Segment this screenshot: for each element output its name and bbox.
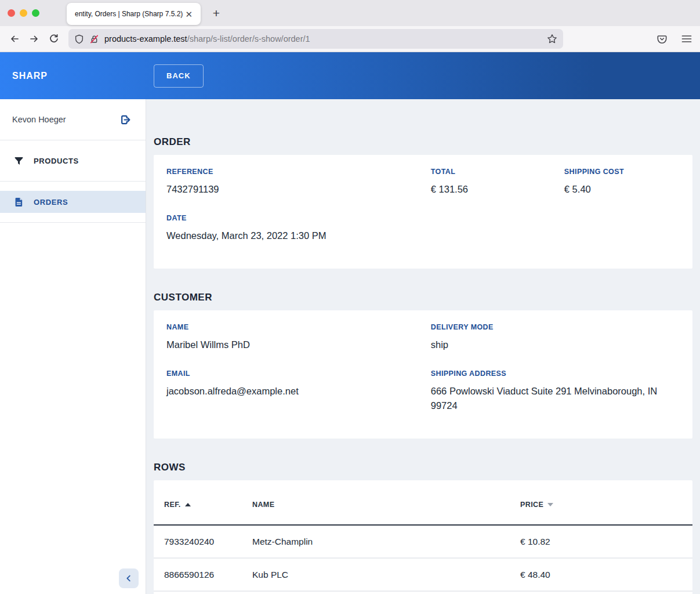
reference-label: REFERENCE (166, 168, 419, 176)
shipping-address-field: SHIPPING ADDRESS 666 Powlowski Viaduct S… (431, 370, 680, 413)
browser-forward-button[interactable] (24, 29, 44, 49)
name-label: NAME (166, 323, 419, 331)
browser-back-button[interactable] (5, 29, 24, 49)
browser-toolbar: products-example.test/sharp/s-list/order… (0, 26, 700, 52)
rows-section: ROWS REF. NAME (154, 462, 692, 594)
browser-tab-bar: entity, Orders | Sharp (Sharp 7.5.2) ✕ + (0, 0, 700, 26)
column-header-ref-label: REF. (164, 501, 181, 509)
tab-close-icon[interactable]: ✕ (183, 10, 195, 19)
column-header-price-label: PRICE (520, 501, 543, 509)
delivery-mode-label: DELIVERY MODE (431, 323, 680, 331)
app-header: SHARP BACK (0, 52, 700, 99)
bookmark-star-icon[interactable] (547, 34, 557, 44)
email-field: EMAIL jacobson.alfreda@example.net (166, 370, 431, 413)
table-header-row: REF. NAME PRICE (154, 480, 692, 526)
cell-ref: 7933240240 (164, 537, 252, 547)
column-header-ref[interactable]: REF. (164, 501, 191, 509)
email-value: jacobson.alfreda@example.net (166, 384, 419, 399)
forward-arrow-icon (29, 34, 39, 44)
reference-field: REFERENCE 7432791139 (166, 168, 431, 197)
reload-icon (49, 34, 59, 44)
date-field: DATE Wednesday, March 23, 2022 1:30 PM (166, 214, 431, 243)
date-value: Wednesday, March 23, 2022 1:30 PM (166, 229, 419, 243)
delivery-mode-field: DELIVERY MODE ship (431, 323, 680, 352)
user-name: Kevon Hoeger (12, 115, 66, 124)
table-row[interactable]: 910478779X Effertz, Klocko and Jacobson … (154, 592, 692, 594)
cell-name: Metz-Champlin (252, 537, 520, 547)
sidebar-item-label: PRODUCTS (34, 157, 79, 165)
name-field: NAME Maribel Willms PhD (166, 323, 431, 352)
sharp-logo: SHARP (0, 71, 146, 81)
cell-ref: 8866590126 (164, 570, 252, 580)
back-button[interactable]: BACK (154, 64, 204, 88)
table-row[interactable]: 7933240240 Metz-Champlin € 10.82 (154, 526, 692, 559)
menu-icon[interactable] (681, 34, 692, 44)
total-value: € 131.56 (431, 182, 553, 197)
customer-section-title: CUSTOMER (154, 292, 692, 303)
window-close-button[interactable] (8, 9, 15, 17)
sidebar-item-orders[interactable]: ORDERS (0, 182, 146, 223)
url-path: /sharp/s-list/order/s-show/order/1 (187, 34, 310, 44)
browser-reload-button[interactable] (44, 29, 64, 49)
cell-name: Kub PLC (252, 570, 520, 580)
order-section-title: ORDER (154, 136, 692, 148)
chevron-left-icon (124, 574, 133, 583)
sidebar-nav: PRODUCTS ORDERS (0, 140, 146, 223)
name-value: Maribel Willms PhD (166, 338, 419, 352)
url-host: products-example.test (104, 34, 187, 44)
sidebar-collapse-button[interactable] (119, 568, 139, 588)
address-bar[interactable]: products-example.test/sharp/s-list/order… (68, 29, 563, 49)
shipping-cost-value: € 5.40 (564, 182, 680, 197)
table-row[interactable]: 8866590126 Kub PLC € 48.40 (154, 559, 692, 592)
pocket-icon[interactable] (657, 34, 668, 45)
sidebar-item-label: ORDERS (34, 198, 68, 207)
customer-section: CUSTOMER NAME Maribel Willms PhD DELIVER… (154, 292, 692, 439)
shipping-cost-label: SHIPPING COST (564, 168, 680, 176)
insecure-lock-icon[interactable] (89, 34, 99, 44)
document-icon (14, 197, 24, 207)
cell-price: € 48.40 (520, 570, 682, 580)
total-label: TOTAL (431, 168, 553, 176)
reference-value: 7432791139 (166, 182, 419, 197)
column-header-price[interactable]: PRICE (520, 501, 553, 509)
window-controls (0, 9, 48, 17)
url-text: products-example.test/sharp/s-list/order… (104, 34, 543, 44)
user-row: Kevon Hoeger (0, 99, 146, 140)
sidebar: Kevon Hoeger PRODUCTS (0, 99, 146, 594)
column-header-name-label: NAME (252, 501, 274, 509)
total-field: TOTAL € 131.56 (431, 168, 564, 197)
order-section: ORDER REFERENCE 7432791139 TOTAL € 131.5… (154, 136, 692, 269)
rows-section-title: ROWS (154, 462, 692, 473)
cell-price: € 10.82 (520, 537, 682, 547)
customer-card: NAME Maribel Willms PhD DELIVERY MODE sh… (154, 310, 692, 439)
sort-descending-icon (547, 503, 553, 506)
date-label: DATE (166, 214, 419, 222)
window-zoom-button[interactable] (32, 9, 39, 17)
browser-tab[interactable]: entity, Orders | Sharp (Sharp 7.5.2) ✕ (67, 3, 201, 25)
tab-title: entity, Orders | Sharp (Sharp 7.5.2) (75, 10, 183, 18)
tracking-shield-icon[interactable] (74, 34, 84, 44)
order-card: REFERENCE 7432791139 TOTAL € 131.56 SHIP… (154, 155, 692, 269)
rows-table: REF. NAME PRICE (154, 480, 692, 594)
filter-icon (14, 156, 24, 166)
shipping-address-value: 666 Powlowski Viaduct Suite 291 Melvinab… (431, 384, 680, 413)
delivery-mode-value: ship (431, 338, 680, 352)
shipping-address-label: SHIPPING ADDRESS (431, 370, 680, 378)
logout-icon[interactable] (120, 114, 131, 125)
main-content: ORDER REFERENCE 7432791139 TOTAL € 131.5… (146, 99, 700, 594)
shipping-cost-field: SHIPPING COST € 5.40 (564, 168, 680, 197)
back-arrow-icon (9, 34, 20, 44)
sidebar-item-products[interactable]: PRODUCTS (0, 140, 146, 182)
sort-ascending-icon (185, 503, 191, 506)
window-minimize-button[interactable] (20, 9, 27, 17)
column-header-name[interactable]: NAME (252, 501, 274, 509)
email-label: EMAIL (166, 370, 419, 378)
new-tab-button[interactable]: + (208, 5, 225, 22)
